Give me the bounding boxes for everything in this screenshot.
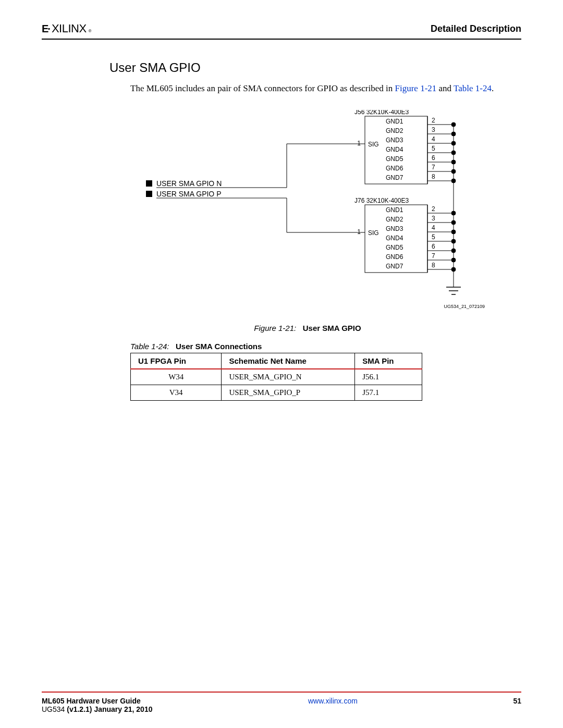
section-title: User SMA GPIO — [109, 60, 521, 75]
svg-text:J76 32K10K-400E3: J76 32K10K-400E3 — [354, 197, 409, 204]
pin-table: U1 FPGA Pin Schematic Net Name SMA Pin W… — [130, 353, 422, 401]
svg-text:5: 5 — [432, 145, 435, 152]
body-text-post: . — [492, 83, 494, 93]
logo-glyph-icon: E∙ — [42, 23, 50, 35]
svg-text:2: 2 — [432, 117, 435, 124]
col-sma-pin: SMA Pin — [355, 353, 422, 369]
footer-left: ML605 Hardware User Guide UG534 (v1.2.1)… — [42, 697, 152, 713]
svg-text:SIG: SIG — [368, 229, 379, 237]
page-header: E∙ XILINX ® Detailed Description — [42, 22, 521, 40]
connector-j76: J76 32K10K-400E3 1 SIG GND12 GND23 GND34… — [354, 197, 456, 273]
svg-text:GND7: GND7 — [386, 174, 403, 181]
cell-fpga-pin: V34 — [131, 385, 222, 400]
svg-text:GND4: GND4 — [386, 235, 403, 242]
svg-text:4: 4 — [432, 135, 435, 143]
table-caption-title: User SMA Connections — [176, 342, 262, 351]
footer-doc-title: ML605 Hardware User Guide — [42, 697, 152, 705]
schematic-figure: USER SMA GPIO N USER SMA GPIO P J56 32K1… — [109, 110, 506, 332]
svg-text:2: 2 — [432, 205, 435, 213]
svg-text:GND7: GND7 — [386, 263, 403, 270]
svg-text:J56 32K10K-400E3: J56 32K10K-400E3 — [354, 110, 409, 116]
net-label-p: USER SMA GPIO P — [156, 190, 221, 198]
figure-caption-prefix: Figure 1-21: — [254, 324, 296, 332]
svg-text:3: 3 — [432, 126, 435, 133]
logo-text: XILINX — [52, 22, 87, 35]
col-net-name: Schematic Net Name — [222, 353, 355, 369]
figure-caption: Figure 1-21: User SMA GPIO — [109, 324, 506, 332]
svg-text:5: 5 — [432, 233, 435, 241]
svg-text:GND1: GND1 — [386, 206, 403, 214]
svg-text:1: 1 — [357, 140, 361, 147]
table-link[interactable]: Table 1-24 — [454, 83, 492, 93]
svg-text:8: 8 — [432, 173, 435, 180]
svg-text:GND2: GND2 — [386, 127, 403, 134]
footer-page-number: 51 — [513, 697, 521, 705]
cell-net-name: USER_SMA_GPIO_N — [222, 369, 355, 385]
footer-doc-sub: UG534 (v1.2.1) January 21, 2010 — [42, 705, 152, 713]
table-row: W34 USER_SMA_GPIO_N J56.1 — [131, 369, 422, 385]
svg-text:GND5: GND5 — [386, 244, 403, 251]
table-header-row: U1 FPGA Pin Schematic Net Name SMA Pin — [131, 353, 422, 369]
schematic-ref: UG534_21_072109 — [444, 304, 485, 309]
xilinx-logo: E∙ XILINX ® — [42, 22, 92, 35]
svg-text:GND6: GND6 — [386, 165, 403, 172]
svg-text:7: 7 — [432, 252, 435, 260]
svg-rect-1 — [146, 191, 152, 197]
svg-text:GND4: GND4 — [386, 146, 403, 153]
footer-docnum: UG534 — [42, 705, 67, 713]
svg-text:GND3: GND3 — [386, 137, 403, 144]
svg-text:SIG: SIG — [368, 141, 379, 148]
svg-text:6: 6 — [432, 243, 435, 250]
svg-text:8: 8 — [432, 262, 435, 269]
svg-text:6: 6 — [432, 154, 435, 162]
col-fpga-pin: U1 FPGA Pin — [131, 353, 222, 369]
body-text-pre: The ML605 includes an pair of SMA connec… — [130, 83, 395, 93]
footer-version-date: (v1.2.1) January 21, 2010 — [67, 705, 152, 713]
figure-caption-title: User SMA GPIO — [303, 324, 361, 332]
svg-rect-0 — [146, 180, 152, 187]
svg-text:GND1: GND1 — [386, 118, 403, 125]
svg-text:GND6: GND6 — [386, 253, 403, 261]
ground-icon — [446, 287, 461, 294]
svg-text:7: 7 — [432, 164, 435, 171]
connector-j56: J56 32K10K-400E3 1 SIG GND12 GND23 GND34… — [354, 110, 456, 184]
cell-sma-pin: J56.1 — [355, 369, 422, 385]
svg-text:GND5: GND5 — [386, 155, 403, 163]
footer-url-link[interactable]: www.xilinx.com — [308, 697, 358, 705]
table-caption: Table 1-24: User SMA Connections — [130, 342, 521, 351]
logo-registered: ® — [89, 29, 92, 33]
svg-text:1: 1 — [357, 228, 361, 236]
svg-text:GND3: GND3 — [386, 225, 403, 232]
figure-link[interactable]: Figure 1-21 — [395, 83, 437, 93]
header-chapter-label: Detailed Description — [431, 23, 521, 34]
svg-text:3: 3 — [432, 215, 435, 222]
schematic-svg: USER SMA GPIO N USER SMA GPIO P J56 32K1… — [120, 110, 495, 318]
cell-sma-pin: J57.1 — [355, 385, 422, 400]
table-caption-prefix: Table 1-24: — [130, 342, 169, 351]
svg-text:GND2: GND2 — [386, 216, 403, 223]
section-body: The ML605 includes an pair of SMA connec… — [130, 82, 506, 95]
svg-text:4: 4 — [432, 224, 435, 231]
cell-net-name: USER_SMA_GPIO_P — [222, 385, 355, 400]
cell-fpga-pin: W34 — [131, 369, 222, 385]
net-label-n: USER SMA GPIO N — [156, 179, 222, 188]
page: E∙ XILINX ® Detailed Description User SM… — [0, 0, 563, 728]
table-row: V34 USER_SMA_GPIO_P J57.1 — [131, 385, 422, 400]
body-text-mid: and — [439, 83, 454, 93]
page-footer: ML605 Hardware User Guide UG534 (v1.2.1)… — [42, 692, 521, 713]
